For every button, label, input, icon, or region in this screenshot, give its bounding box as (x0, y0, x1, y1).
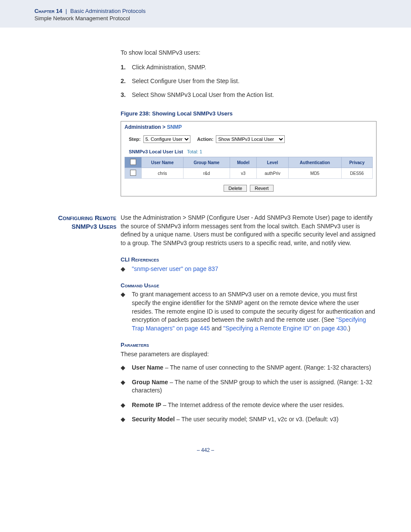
chapter-label: Chapter 14 (34, 8, 62, 14)
step-item: 2. Select Configure User from the Step l… (121, 78, 377, 84)
list-item: ◆ Remote IP – The Internet address of th… (121, 401, 377, 410)
command-usage-text: To grant management access to an SNMPv3 … (132, 290, 377, 333)
param-name: User Name (132, 364, 163, 371)
cli-references-heading: CLI References (121, 256, 377, 264)
param-name: Security Model (132, 416, 175, 423)
step-list: 1. Click Administration, SNMP. 2. Select… (121, 64, 377, 98)
list-item: ◆ User Name – The name of user connectin… (121, 364, 377, 372)
step-number: 2. (121, 78, 132, 84)
revert-button[interactable]: Revert (250, 185, 273, 192)
intro-text: To show local SNMPv3 users: (121, 49, 377, 56)
step-select[interactable]: 5. Configure User (143, 135, 190, 143)
param-desc: – The name of the SNMP group to which th… (132, 379, 372, 394)
row-select[interactable] (125, 168, 142, 179)
header-separator: | (65, 8, 67, 14)
page-number: – 442 – (34, 447, 377, 453)
col-privacy: Privacy (341, 157, 372, 168)
delete-button[interactable]: Delete (224, 185, 247, 192)
section-heading: Configuring Remote SNMPv3 Users (34, 214, 121, 430)
header-topic: Basic Administration Protocols (70, 8, 146, 14)
cell-auth: MD5 (288, 168, 341, 179)
breadcrumb-leaf: SNMP (167, 124, 182, 130)
bullet-icon: ◆ (121, 401, 132, 410)
param-name: Group Name (132, 379, 168, 386)
step-number: 1. (121, 64, 132, 71)
remote-engine-id-link[interactable]: "Specifying a Remote Engine ID" on page … (223, 325, 346, 332)
step-text: Click Administration, SNMP. (132, 64, 206, 71)
cell-username: chris (142, 168, 184, 179)
col-model: Model (230, 157, 257, 168)
list-title: SNMPv3 Local User List (129, 149, 183, 154)
step-item: 1. Click Administration, SNMP. (121, 64, 377, 71)
bullet-icon: ◆ (121, 265, 132, 274)
select-all-header[interactable] (125, 157, 142, 168)
col-groupname: Group Name (183, 157, 230, 168)
step-item: 3. Select Show SNMPv3 Local User from th… (121, 91, 377, 98)
bullet-icon: ◆ (121, 378, 132, 395)
table-row: chris r&d v3 authPriv MD5 DES56 (125, 168, 373, 179)
cell-model: v3 (230, 168, 257, 179)
command-usage-heading: Command Usage (121, 282, 377, 289)
breadcrumb-root: Administration (125, 124, 161, 130)
param-name: Remote IP (132, 401, 161, 408)
figure-caption: Figure 238: Showing Local SNMPv3 Users (121, 110, 377, 117)
param-desc: – The name of user connecting to the SNM… (163, 364, 371, 371)
list-item: ◆ Group Name – The name of the SNMP grou… (121, 378, 377, 395)
checkbox-icon (130, 159, 136, 165)
header-subtopic: Simple Network Management Protocol (34, 15, 377, 22)
section-body-text: Use the Administration > SNMP (Configure… (121, 214, 377, 247)
step-text: Select Show SNMPv3 Local User from the A… (132, 91, 274, 98)
step-text: Select Configure User from the Step list… (132, 78, 240, 84)
cli-link[interactable]: "snmp-server user" on page 837 (132, 265, 218, 272)
step-select-label: Step: (129, 137, 141, 142)
col-level: Level (257, 157, 289, 168)
bullet-icon: ◆ (121, 290, 132, 333)
cell-privacy: DES56 (341, 168, 372, 179)
list-total: Total: 1 (187, 149, 202, 154)
figure-screenshot: Administration > SNMP Step: 5. Configure… (121, 121, 377, 196)
parameters-intro: These parameters are displayed: (121, 350, 377, 359)
step-number: 3. (121, 91, 132, 98)
action-select-label: Action: (197, 137, 214, 142)
col-auth: Authentication (288, 157, 341, 168)
bullet-icon: ◆ (121, 364, 132, 372)
page-header: Chapter 14 | Basic Administration Protoc… (0, 0, 411, 28)
action-select[interactable]: Show SNMPv3 Local User (216, 135, 285, 143)
list-item: ◆ To grant management access to an SNMPv… (121, 290, 377, 333)
user-table: User Name Group Name Model Level Authent… (125, 157, 373, 179)
param-desc: – The Internet address of the remote dev… (161, 401, 344, 408)
bullet-icon: ◆ (121, 415, 132, 424)
col-username: User Name (142, 157, 184, 168)
breadcrumb: Administration > SNMP (121, 121, 376, 132)
list-item: ◆ "snmp-server user" on page 837 (121, 265, 377, 274)
cell-groupname: r&d (183, 168, 230, 179)
checkbox-icon (130, 170, 136, 176)
list-item: ◆ Security Model – The user security mod… (121, 415, 377, 424)
parameters-heading: Parameters (121, 341, 377, 349)
cell-level: authPriv (257, 168, 289, 179)
param-desc: – The user security model; SNMP v1, v2c … (175, 416, 339, 423)
breadcrumb-sep: > (162, 124, 165, 130)
